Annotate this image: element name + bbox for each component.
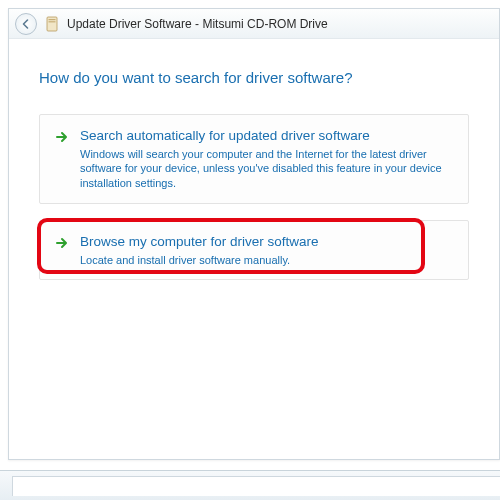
window-title: Update Driver Software - Mitsumi CD-ROM …	[67, 17, 328, 31]
titlebar: Update Driver Software - Mitsumi CD-ROM …	[9, 9, 499, 39]
taskbar-fragment	[0, 470, 500, 500]
svg-rect-2	[49, 21, 56, 22]
option-body: Browse my computer for driver software L…	[80, 233, 456, 267]
back-button[interactable]	[15, 13, 37, 35]
option-search-automatically[interactable]: Search automatically for updated driver …	[39, 114, 469, 204]
window-fragment	[12, 476, 500, 496]
svg-rect-1	[49, 19, 56, 20]
content-area: How do you want to search for driver sof…	[9, 39, 499, 316]
option-title: Search automatically for updated driver …	[80, 127, 456, 145]
option-title: Browse my computer for driver software	[80, 233, 456, 251]
arrow-right-icon	[54, 235, 70, 251]
option-description: Locate and install driver software manua…	[80, 253, 456, 268]
option-description: Windows will search your computer and th…	[80, 147, 456, 192]
option-browse-computer[interactable]: Browse my computer for driver software L…	[39, 220, 469, 280]
option-body: Search automatically for updated driver …	[80, 127, 456, 191]
wizard-window: Update Driver Software - Mitsumi CD-ROM …	[8, 8, 500, 460]
page-heading: How do you want to search for driver sof…	[39, 69, 469, 86]
arrow-right-icon	[54, 129, 70, 145]
arrow-left-icon	[20, 18, 32, 30]
device-icon	[45, 16, 59, 32]
